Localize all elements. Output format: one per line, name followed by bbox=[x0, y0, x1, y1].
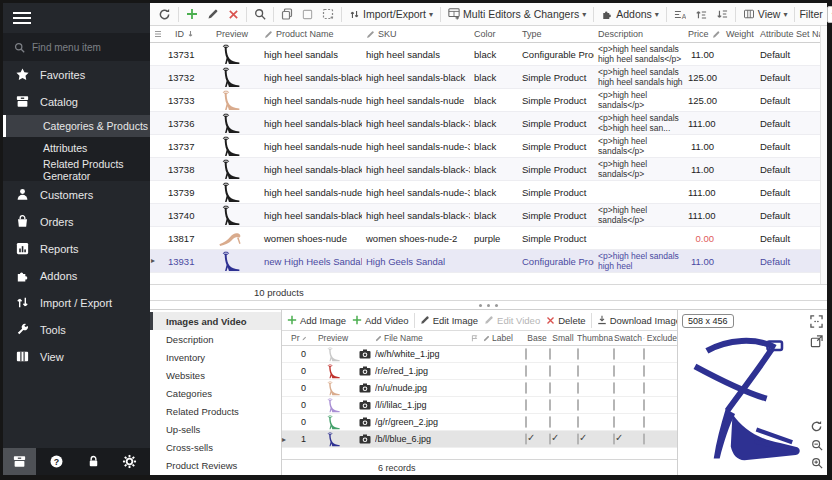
column-header-exclude[interactable]: Exclude bbox=[643, 333, 677, 343]
table-row[interactable]: 1 /b/l/blue_6.jpg bbox=[282, 431, 677, 448]
lock-button[interactable] bbox=[77, 448, 110, 475]
add-image-button[interactable]: Add Image bbox=[284, 313, 349, 328]
search-button[interactable] bbox=[250, 6, 270, 22]
tab-images-and-video[interactable]: Images and Video bbox=[150, 312, 281, 330]
column-header-name[interactable]: Product Name bbox=[260, 29, 362, 39]
exclude-checkbox[interactable] bbox=[643, 383, 677, 393]
column-header-sku[interactable]: SKU bbox=[362, 29, 470, 39]
delete-product-button[interactable] bbox=[224, 7, 243, 22]
table-row[interactable]: 0 /n/u/nude.jpg bbox=[282, 380, 677, 397]
settings-button[interactable] bbox=[113, 448, 146, 475]
zoom-out-button[interactable] bbox=[810, 439, 823, 451]
swatch-checkbox[interactable] bbox=[613, 349, 643, 359]
open-external-button[interactable] bbox=[810, 335, 823, 348]
tab-inventory[interactable]: Inventory bbox=[150, 348, 281, 366]
base-checkbox[interactable] bbox=[525, 400, 549, 410]
column-header-base[interactable]: Base bbox=[525, 333, 549, 343]
zoom-in-button[interactable] bbox=[810, 457, 823, 469]
swatch-checkbox[interactable] bbox=[613, 434, 643, 444]
sidebar-item-reports[interactable]: Reports bbox=[3, 235, 150, 262]
sidebar-item-attributes[interactable]: Attributes bbox=[3, 137, 150, 159]
edit-video-button[interactable]: Edit Video bbox=[481, 313, 543, 328]
help-button[interactable]: ? bbox=[40, 448, 73, 475]
download-image-button[interactable]: Download Image bbox=[594, 313, 684, 328]
table-row[interactable]: 13817 women shoes-nude women shoes-nude-… bbox=[150, 227, 827, 250]
sidebar-item-orders[interactable]: Orders bbox=[3, 208, 150, 235]
column-header-pr[interactable]: Pr bbox=[291, 333, 311, 343]
table-row[interactable]: 13931 new High Heels Sandals High Geels … bbox=[150, 250, 827, 273]
menu-search-input[interactable]: Find menu item bbox=[3, 33, 150, 61]
small-checkbox[interactable] bbox=[549, 417, 577, 427]
column-header-attribute-set[interactable]: Attribute Set Name bbox=[756, 29, 827, 39]
column-header-price[interactable]: Price bbox=[684, 29, 722, 39]
thumbnail-checkbox[interactable] bbox=[577, 349, 613, 359]
table-row[interactable]: 13740 high heel sandals-black-38 high he… bbox=[150, 204, 827, 227]
add-product-button[interactable] bbox=[182, 6, 202, 22]
sidebar-item-categories-products[interactable]: Categories & Products bbox=[3, 115, 150, 137]
base-checkbox[interactable] bbox=[525, 434, 549, 444]
small-checkbox[interactable] bbox=[549, 383, 577, 393]
tab-related-products[interactable]: Related Products bbox=[150, 402, 281, 420]
menu-toggle-button[interactable] bbox=[3, 3, 150, 33]
base-checkbox[interactable] bbox=[525, 349, 549, 359]
table-row[interactable]: 13736 high heel sandals-black-36 high he… bbox=[150, 112, 827, 135]
small-checkbox[interactable] bbox=[549, 434, 577, 444]
base-checkbox[interactable] bbox=[525, 417, 549, 427]
exclude-checkbox[interactable] bbox=[643, 434, 677, 444]
small-checkbox[interactable] bbox=[549, 366, 577, 376]
table-row[interactable]: 0 /w/h/white_1.jpg bbox=[282, 346, 677, 363]
tab-categories[interactable]: Categories bbox=[150, 384, 281, 402]
exclude-checkbox[interactable] bbox=[643, 400, 677, 410]
table-row[interactable]: 13739 high heel sandals-nude-37 high hee… bbox=[150, 181, 827, 204]
exclude-checkbox[interactable] bbox=[643, 417, 677, 427]
addons-menu[interactable]: Addons▾ bbox=[597, 6, 663, 22]
thumbnail-checkbox[interactable] bbox=[577, 417, 613, 427]
sidebar-item-import-export[interactable]: Import / Export bbox=[3, 289, 150, 316]
paste-button[interactable] bbox=[298, 7, 317, 22]
column-header-type[interactable]: Type bbox=[518, 29, 594, 39]
swatch-checkbox[interactable] bbox=[613, 417, 643, 427]
column-header-id[interactable]: ID bbox=[164, 29, 200, 39]
table-row[interactable]: 13738 high heel sandals-black-37 high he… bbox=[150, 158, 827, 181]
add-video-button[interactable]: Add Video bbox=[349, 313, 412, 328]
select-special-button[interactable] bbox=[318, 6, 338, 22]
column-header-weight[interactable]: Weight bbox=[722, 29, 756, 39]
catalog-mode-button[interactable] bbox=[3, 448, 36, 475]
expand-all-button[interactable] bbox=[691, 7, 711, 22]
swatch-checkbox[interactable] bbox=[613, 400, 643, 410]
column-header-preview[interactable]: Preview bbox=[311, 333, 355, 343]
panel-splitter[interactable] bbox=[150, 301, 827, 309]
category-filter-select[interactable]: Show products from selected categories ▾ bbox=[827, 6, 832, 23]
table-row[interactable]: 0 /g/r/green_2.jpg bbox=[282, 414, 677, 431]
thumbnail-checkbox[interactable] bbox=[577, 383, 613, 393]
edit-product-button[interactable] bbox=[203, 6, 223, 22]
swatch-checkbox[interactable] bbox=[613, 383, 643, 393]
thumbnail-checkbox[interactable] bbox=[577, 434, 613, 444]
sidebar-item-view[interactable]: View bbox=[3, 343, 150, 370]
swatch-checkbox[interactable] bbox=[613, 366, 643, 376]
column-header-thumbnail[interactable]: Thumbna bbox=[577, 333, 613, 343]
tab-up-sells[interactable]: Up-sells bbox=[150, 420, 281, 438]
sidebar-item-related-products-generator[interactable]: Related Products Generator bbox=[3, 159, 150, 181]
table-row[interactable]: 13733 high heel sandals-nude high heel s… bbox=[150, 89, 827, 112]
import-export-menu[interactable]: Import/Export▾ bbox=[345, 6, 437, 22]
table-row[interactable]: 0 /l/i/lilac_1.jpg bbox=[282, 397, 677, 414]
column-header-swatch[interactable]: Swatch bbox=[613, 333, 643, 343]
tab-websites[interactable]: Websites bbox=[150, 366, 281, 384]
column-header-file-name[interactable]: File Name bbox=[375, 333, 471, 343]
sidebar-item-favorites[interactable]: Favorites bbox=[3, 61, 150, 88]
thumbnail-checkbox[interactable] bbox=[577, 366, 613, 376]
small-checkbox[interactable] bbox=[549, 349, 577, 359]
column-header-preview[interactable]: Preview bbox=[200, 29, 260, 39]
copy-button[interactable] bbox=[277, 6, 297, 22]
refresh-button[interactable] bbox=[154, 6, 175, 23]
thumbnail-checkbox[interactable] bbox=[577, 400, 613, 410]
column-header-small[interactable]: Small bbox=[549, 333, 577, 343]
exclude-checkbox[interactable] bbox=[643, 349, 677, 359]
table-row[interactable]: 13732 high heel sandals-black high heel … bbox=[150, 66, 827, 89]
delete-image-button[interactable]: Delete bbox=[543, 313, 588, 328]
view-menu[interactable]: View▾ bbox=[739, 6, 792, 22]
table-row[interactable]: 13737 high heel sandals-nude-36 high hee… bbox=[150, 135, 827, 158]
base-checkbox[interactable] bbox=[525, 366, 549, 376]
table-row[interactable]: 13731 high heel sandals high heel sandal… bbox=[150, 43, 827, 66]
